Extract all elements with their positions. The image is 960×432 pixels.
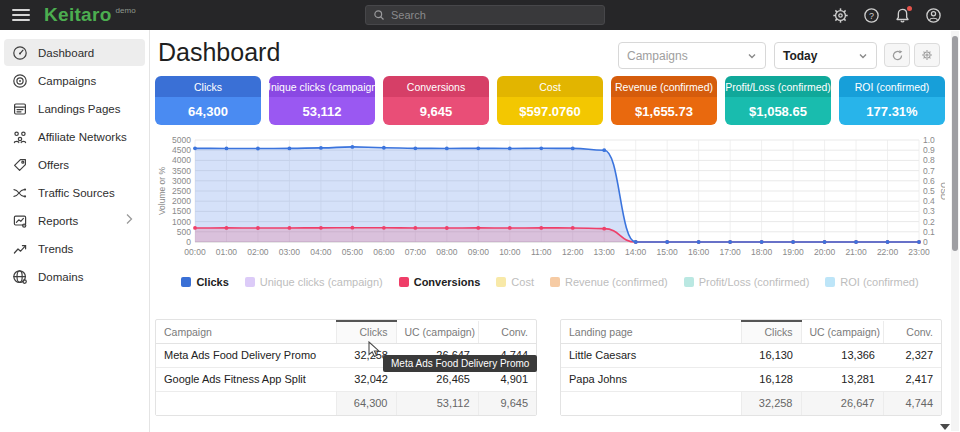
sidebar-item-domains[interactable]: Domains [4, 263, 145, 290]
total-cell: 32,258 [741, 391, 801, 415]
legend-item-conversions[interactable]: Conversions [399, 276, 481, 288]
column-header-clicks[interactable]: Clicks [336, 321, 396, 343]
svg-text:03:00: 03:00 [279, 247, 301, 257]
column-header-conv[interactable]: Conv. [883, 321, 941, 343]
settings-gear-icon[interactable] [832, 7, 849, 24]
row-value-cell: 13,281 [801, 367, 883, 391]
search-input[interactable] [391, 9, 581, 21]
table-row[interactable]: Papa Johns16,12813,2812,417 [561, 367, 941, 391]
traffic-chart[interactable]: 0500100015002000250030003500400045005000… [155, 133, 945, 261]
legend-label: Revenue (confirmed) [565, 276, 668, 288]
svg-text:1.0: 1.0 [923, 135, 935, 145]
legend-item-roi-confirmed[interactable]: ROI (confirmed) [825, 276, 918, 288]
sidebar-item-offers[interactable]: Offers [4, 151, 145, 178]
total-cell: 26,647 [801, 391, 883, 415]
metric-card-roi-confirmed[interactable]: ROI (confirmed)177.31% [839, 76, 945, 125]
svg-text:20:00: 20:00 [814, 247, 836, 257]
metric-card-clicks[interactable]: Clicks64,300 [155, 76, 261, 125]
metric-card-value: 64,300 [155, 97, 261, 125]
legend-item-profit-loss-confirmed[interactable]: Profit/Loss (confirmed) [684, 276, 810, 288]
svg-text:0.7: 0.7 [923, 166, 935, 176]
column-header-landing-page[interactable]: Landing page [561, 321, 741, 343]
sidebar-item-dashboard[interactable]: Dashboard [4, 39, 145, 66]
sidebar-item-trends[interactable]: Trends [4, 235, 145, 262]
sidebar-item-label: Reports [38, 215, 78, 227]
totals-row: 64,30053,1129,645 [156, 391, 536, 415]
column-header-uc-campaign[interactable]: UC (campaign) [396, 321, 478, 343]
sidebar-item-label: Offers [38, 159, 69, 171]
sidebar-item-label: Landings Pages [38, 103, 120, 115]
metric-card-revenue-confirmed[interactable]: Revenue (confirmed)$1,655.73 [611, 76, 717, 125]
scrollbar-thumb[interactable] [952, 36, 958, 251]
metric-card-conversions[interactable]: Conversions9,645 [383, 76, 489, 125]
refresh-button[interactable] [884, 43, 910, 67]
svg-text:08:00: 08:00 [436, 247, 458, 257]
sidebar-item-label: Affiliate Networks [38, 131, 127, 143]
column-header-conv[interactable]: Conv. [478, 321, 536, 343]
total-cell: 64,300 [336, 391, 396, 415]
row-tooltip: Meta Ads Food Delivery Promo [383, 355, 537, 372]
row-name-cell[interactable]: Google Ads Fitness App Split [156, 367, 336, 391]
help-icon[interactable]: ? [863, 7, 880, 24]
metric-card-label: Clicks [155, 76, 261, 97]
svg-text:11:00: 11:00 [531, 247, 552, 257]
table-row[interactable]: Little Caesars16,13013,3662,327 [561, 343, 941, 367]
svg-text:0.3: 0.3 [923, 206, 935, 216]
row-name-cell[interactable]: Papa Johns [561, 367, 741, 391]
affiliate-networks-icon [12, 129, 28, 145]
row-name-cell[interactable]: Little Caesars [561, 343, 741, 367]
metric-card-label: Profit/Loss (confirmed) [725, 76, 831, 97]
dashboard-settings-button[interactable] [914, 43, 940, 67]
sidebar-item-affiliate-networks[interactable]: Affiliate Networks [4, 123, 145, 150]
legend-item-clicks[interactable]: Clicks [181, 276, 228, 288]
svg-text:4500: 4500 [172, 145, 191, 155]
notifications-bell-icon[interactable] [894, 7, 911, 24]
svg-text:22:00: 22:00 [877, 247, 899, 257]
total-cell: 53,112 [396, 391, 478, 415]
sidebar-item-campaigns[interactable]: Campaigns [4, 67, 145, 94]
sidebar-item-label: Dashboard [38, 47, 94, 59]
row-name-cell[interactable]: Meta Ads Food Delivery Promo [156, 343, 336, 367]
scroll-down-arrow-icon[interactable] [940, 424, 950, 430]
refresh-icon [891, 49, 904, 62]
sidebar-item-landings-pages[interactable]: Landings Pages [4, 95, 145, 122]
column-header-campaign[interactable]: Campaign [156, 321, 336, 343]
logo[interactable]: Keitaro [44, 4, 112, 26]
sidebar-item-reports[interactable]: Reports [4, 207, 145, 234]
metric-card-value: $1,058.65 [725, 97, 831, 125]
metric-card-unique-clicks-campaign[interactable]: Unique clicks (campaign)53,112 [269, 76, 375, 125]
svg-text:12:00: 12:00 [562, 247, 584, 257]
row-value-cell: 13,366 [801, 343, 883, 367]
campaign-filter-select[interactable]: Campaigns [618, 42, 766, 69]
sidebar-item-traffic-sources[interactable]: Traffic Sources [4, 179, 145, 206]
chevron-right-icon [121, 211, 137, 231]
svg-text:10:00: 10:00 [499, 247, 521, 257]
chevron-down-icon [858, 51, 868, 61]
metric-card-label: ROI (confirmed) [839, 76, 945, 97]
svg-text:Volume or %: Volume or % [157, 166, 167, 215]
column-header-clicks[interactable]: Clicks [741, 321, 801, 343]
trend-up-icon [12, 241, 28, 257]
search-icon [373, 9, 385, 21]
legend-item-unique-clicks-campaign[interactable]: Unique clicks (campaign) [245, 276, 383, 288]
svg-text:23:00: 23:00 [908, 247, 930, 257]
svg-text:?: ? [869, 10, 874, 20]
legend-item-cost[interactable]: Cost [496, 276, 534, 288]
svg-text:3500: 3500 [172, 166, 191, 176]
chevron-down-icon [747, 51, 757, 61]
svg-text:2000: 2000 [172, 196, 191, 206]
legend-item-revenue-confirmed[interactable]: Revenue (confirmed) [550, 276, 668, 288]
column-header-uc-campaign[interactable]: UC (campaign) [801, 321, 883, 343]
svg-text:18:00: 18:00 [751, 247, 773, 257]
date-range-select[interactable]: Today [774, 42, 877, 69]
legend-swatch [399, 277, 409, 287]
svg-text:13:00: 13:00 [594, 247, 616, 257]
search-bar[interactable] [365, 5, 605, 25]
page-scrollbar[interactable] [951, 31, 959, 431]
metric-card-profit-loss-confirmed[interactable]: Profit/Loss (confirmed)$1,058.65 [725, 76, 831, 125]
user-avatar-icon[interactable] [925, 7, 942, 24]
svg-text:1500: 1500 [172, 206, 191, 216]
menu-icon[interactable] [12, 9, 30, 21]
metric-card-cost[interactable]: Cost$597.0760 [497, 76, 603, 125]
legend-label: Cost [511, 276, 534, 288]
